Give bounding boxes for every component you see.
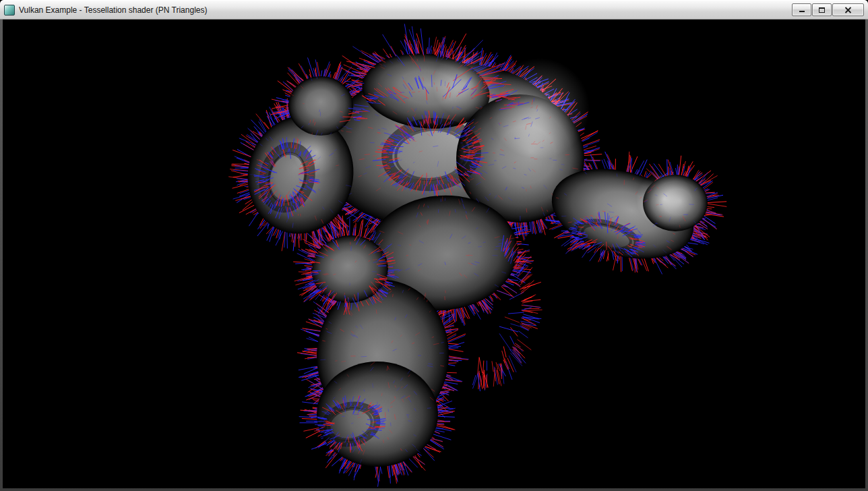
window-title: Vulkan Example - Tessellation shader (PN… xyxy=(19,5,786,15)
minimize-icon xyxy=(799,7,805,13)
maximize-icon xyxy=(818,7,826,13)
caption-buttons xyxy=(792,3,864,16)
close-button[interactable] xyxy=(832,3,864,16)
maximize-button[interactable] xyxy=(812,3,832,16)
close-icon xyxy=(844,7,852,13)
titlebar[interactable]: Vulkan Example - Tessellation shader (PN… xyxy=(0,0,868,20)
render-canvas[interactable] xyxy=(3,20,865,488)
minimize-button[interactable] xyxy=(792,3,811,16)
app-window: Vulkan Example - Tessellation shader (PN… xyxy=(0,0,868,491)
app-icon xyxy=(4,5,15,16)
window-frame xyxy=(0,20,868,491)
